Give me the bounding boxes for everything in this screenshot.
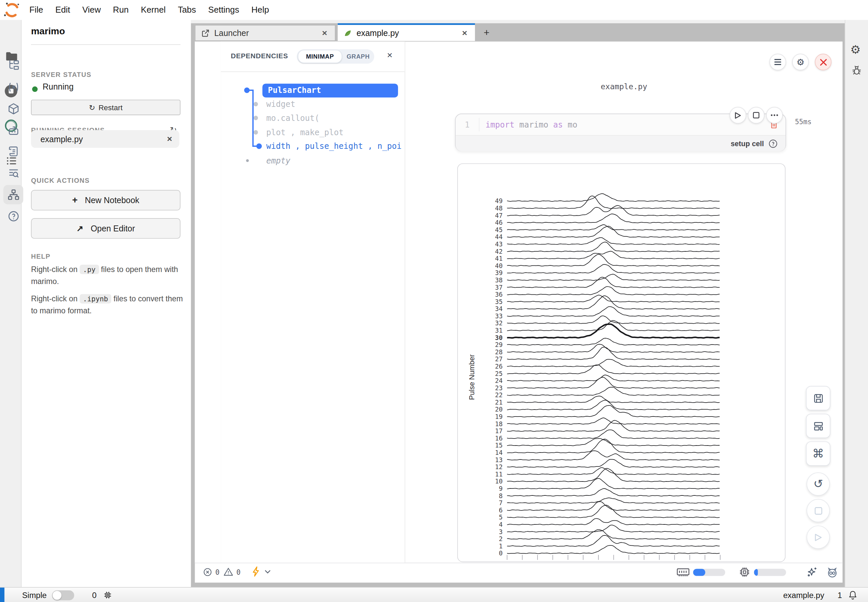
svg-text:5: 5 bbox=[499, 513, 503, 521]
menu-tabs[interactable]: Tabs bbox=[172, 0, 202, 20]
ai-robot-icon[interactable] bbox=[3, 121, 23, 140]
application-window: File Edit View Run Kernel Tabs Settings … bbox=[0, 0, 868, 602]
notebook-settings-button[interactable]: ⚙ bbox=[792, 54, 809, 70]
svg-text:35: 35 bbox=[495, 298, 503, 306]
menu-help[interactable]: Help bbox=[245, 0, 275, 20]
dependency-item-empty[interactable]: empty bbox=[266, 154, 291, 168]
tab-example-py[interactable]: example.py × bbox=[338, 23, 475, 41]
menu-edit[interactable]: Edit bbox=[49, 0, 76, 20]
menu-file[interactable]: File bbox=[23, 0, 49, 20]
dependency-item-definitions[interactable]: width , pulse_height , n_poi bbox=[266, 140, 403, 154]
dependencies-header: DEPENDENCIES MINIMAP GRAPH × bbox=[221, 41, 405, 72]
tab-launcher[interactable]: Launcher × bbox=[195, 25, 335, 41]
simple-mode-toggle[interactable] bbox=[52, 590, 75, 600]
svg-text:0: 0 bbox=[499, 550, 503, 557]
settings-gear-icon[interactable]: ⚙ bbox=[850, 43, 861, 57]
run-all-button[interactable] bbox=[807, 525, 830, 549]
dependencies-sitemap-icon[interactable] bbox=[3, 185, 23, 204]
svg-text:260: 260 bbox=[699, 561, 711, 562]
svg-text:26: 26 bbox=[495, 362, 503, 370]
keyboard-shortcuts-button[interactable]: ⌘ bbox=[806, 442, 830, 466]
new-notebook-label: New Notebook bbox=[85, 195, 140, 205]
svg-text:40: 40 bbox=[495, 262, 503, 270]
external-arrow-icon: ↗ bbox=[77, 223, 84, 233]
close-panel-icon[interactable]: × bbox=[387, 50, 393, 61]
lightning-run-icon[interactable] bbox=[251, 566, 262, 577]
minimap-toggle[interactable]: MINIMAP bbox=[298, 50, 342, 63]
stop-cell-button[interactable] bbox=[748, 107, 764, 123]
svg-text:15: 15 bbox=[495, 442, 503, 449]
close-tab-icon[interactable]: × bbox=[320, 28, 330, 38]
divider bbox=[31, 44, 180, 45]
help-bubble-icon[interactable] bbox=[3, 206, 23, 226]
new-notebook-button[interactable]: + New Notebook bbox=[31, 190, 180, 211]
layout-button[interactable] bbox=[806, 413, 830, 438]
ai-sparkle-icon[interactable] bbox=[806, 566, 818, 578]
dependency-item[interactable]: mo.callout( bbox=[266, 111, 319, 125]
shutdown-button[interactable] bbox=[815, 54, 831, 70]
open-editor-label: Open Editor bbox=[90, 224, 135, 233]
run-cell-button[interactable] bbox=[730, 107, 746, 123]
svg-text:3: 3 bbox=[499, 528, 503, 536]
menu-kernel[interactable]: Kernel bbox=[135, 0, 172, 20]
menu-settings[interactable]: Settings bbox=[202, 0, 245, 20]
svg-text:9: 9 bbox=[499, 485, 503, 493]
errors-icon[interactable] bbox=[203, 567, 213, 577]
view-mode-toggle: MINIMAP GRAPH bbox=[297, 49, 374, 64]
kernel-bug-icon[interactable] bbox=[103, 590, 112, 600]
undo-button[interactable]: ↺ bbox=[807, 473, 830, 496]
debug-bug-icon[interactable] bbox=[851, 64, 862, 76]
svg-text:6: 6 bbox=[499, 507, 503, 514]
code-keyword: as bbox=[553, 120, 563, 129]
save-button[interactable] bbox=[806, 386, 830, 410]
notebook-menu-button[interactable] bbox=[770, 54, 786, 70]
close-session-icon[interactable]: × bbox=[167, 134, 172, 144]
launcher-icon bbox=[201, 29, 210, 38]
status-dot-icon bbox=[32, 86, 38, 92]
open-editor-button[interactable]: ↗ Open Editor bbox=[31, 218, 180, 239]
line-number: 1 bbox=[455, 120, 479, 129]
graph-toggle[interactable]: GRAPH bbox=[342, 53, 374, 60]
ipynb-chip: .ipynb bbox=[80, 294, 111, 303]
packages-cube-icon[interactable] bbox=[3, 99, 23, 118]
command-icon: ⌘ bbox=[813, 447, 824, 460]
code-name: mo bbox=[568, 120, 577, 129]
py-chip: .py bbox=[80, 265, 99, 274]
bell-icon[interactable] bbox=[847, 590, 858, 600]
new-tab-button[interactable]: + bbox=[479, 26, 494, 40]
code-name: marimo bbox=[519, 120, 548, 129]
marimo-sidebar-panel: marimo SERVER STATUS Running ↻ Restart R… bbox=[21, 20, 192, 587]
svg-text:1: 1 bbox=[499, 542, 503, 550]
close-tab-icon[interactable]: × bbox=[460, 28, 469, 38]
dependency-item[interactable]: widget bbox=[266, 98, 295, 112]
dependency-item[interactable]: plot , make_plot bbox=[266, 126, 344, 140]
interrupt-button[interactable] bbox=[807, 499, 830, 522]
warnings-icon[interactable] bbox=[223, 567, 234, 577]
svg-text:41: 41 bbox=[495, 255, 503, 263]
chevron-down-icon[interactable] bbox=[265, 570, 271, 574]
more-actions-button[interactable] bbox=[766, 107, 783, 123]
kernel-count: 0 bbox=[92, 591, 97, 600]
dependency-item-selected[interactable]: PulsarChart bbox=[262, 84, 398, 98]
tab-bar: Launcher × example.py × + bbox=[191, 23, 845, 41]
svg-text:180: 180 bbox=[638, 561, 650, 562]
svg-text:25: 25 bbox=[495, 370, 503, 378]
snippets-scroll-icon[interactable] bbox=[3, 142, 23, 161]
file-tree-icon[interactable] bbox=[3, 55, 23, 75]
marimo-cat-icon[interactable] bbox=[826, 566, 839, 579]
svg-text:28: 28 bbox=[495, 348, 503, 356]
restart-button[interactable]: ↻ Restart bbox=[31, 100, 180, 115]
svg-text:13: 13 bbox=[495, 456, 503, 464]
dependencies-title: DEPENDENCIES bbox=[231, 52, 288, 60]
setup-help-icon[interactable] bbox=[768, 139, 778, 148]
setup-cell-label: setup cell bbox=[731, 139, 764, 147]
variables-icon[interactable] bbox=[3, 78, 23, 97]
outline-search-icon[interactable] bbox=[3, 163, 23, 183]
svg-text:34: 34 bbox=[495, 305, 503, 313]
status-accent-block bbox=[0, 588, 4, 602]
menu-view[interactable]: View bbox=[76, 0, 107, 20]
session-item[interactable]: example.py × bbox=[31, 130, 179, 148]
plus-icon: + bbox=[72, 195, 78, 206]
menu-run[interactable]: Run bbox=[107, 0, 135, 20]
svg-text:12: 12 bbox=[495, 463, 503, 471]
